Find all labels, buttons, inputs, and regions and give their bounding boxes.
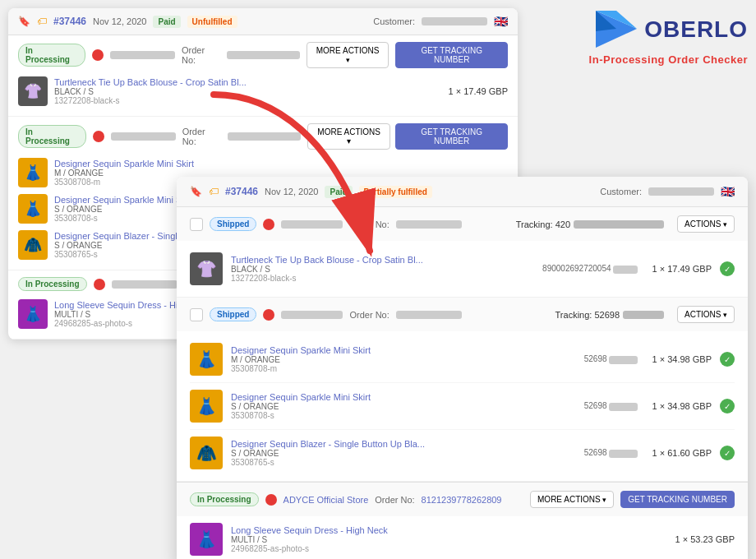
- fg-product-name-2b[interactable]: Designer Sequin Sparkle Mini Skirt: [231, 392, 576, 402]
- bg-customer-value: [422, 17, 487, 25]
- fg-bottom-tracking-btn[interactable]: GET TRACKING NUMBER: [620, 491, 735, 508]
- fg-product-name-2c[interactable]: Designer Sequin Blazer - Single Button U…: [231, 439, 576, 449]
- fg-customer-value: [648, 187, 714, 196]
- fg-bottom-section: In Processing ADYCE Official Store Order…: [177, 482, 748, 516]
- bg-product-thumb-2a: 👗: [18, 158, 48, 187]
- fg-tracking-id-2a: 52698: [584, 354, 638, 363]
- bg-tracking-btn-2[interactable]: GET TRACKING NUMBER: [395, 123, 508, 150]
- bg-more-actions-btn-2[interactable]: MORE ACTIONS ▾: [307, 123, 390, 150]
- bg-order-no-1: [227, 51, 299, 59]
- fg-actions-btn-2[interactable]: ACTIONS: [677, 306, 735, 323]
- bg-customer-label: Customer:: [373, 16, 415, 26]
- fg-tracking-info-1: Tracking: 420: [516, 219, 664, 229]
- bg-order-row-1: In Processing Order No: MORE ACTIONS GET…: [8, 35, 518, 117]
- fg-tracking-id-2b: 52698: [584, 401, 638, 410]
- fg-order-no-2: [396, 311, 462, 319]
- bg-product-thumb-3: 👗: [18, 299, 48, 329]
- oberlo-logo-top: OBERLO: [592, 7, 748, 52]
- bg-store-name-1: [110, 51, 175, 59]
- bg-product-row-1: 👚 Turtleneck Tie Up Back Blouse - Crop S…: [18, 73, 508, 109]
- fg-product-price-2c: 1 × 61.60 GBP: [652, 448, 712, 458]
- fg-bottom-status: In Processing: [190, 492, 259, 506]
- bg-tracking-btn-1[interactable]: GET TRACKING NUMBER: [395, 42, 508, 68]
- fg-order-no-label-1: Order No:: [349, 219, 389, 229]
- store-icon-2: [93, 131, 104, 142]
- fg-section-2: Shipped Order No: Tracking: 52698 ACTION…: [177, 298, 748, 482]
- fg-checkbox-2[interactable]: [190, 308, 203, 321]
- bg-row1-header: In Processing Order No: MORE ACTIONS GET…: [18, 42, 508, 68]
- bg-more-actions-btn-1[interactable]: MORE ACTIONS: [307, 42, 390, 68]
- bg-status-processing-3: In Processing: [18, 277, 87, 291]
- fg-product-name-2a[interactable]: Designer Sequin Sparkle Mini Skirt: [231, 345, 576, 355]
- bg-product-name-2a[interactable]: Designer Sequin Sparkle Mini Skirt: [54, 159, 508, 169]
- fg-product-row-2b: 👗 Designer Sequin Sparkle Mini Skirt S /…: [190, 383, 735, 430]
- fg-section1-header: Shipped Order No: Tracking: 420 ACTIONS: [177, 207, 748, 241]
- fg-bottom-store-icon: [265, 494, 277, 506]
- foreground-card: 🔖 🏷 #37446 Nov 12, 2020 Paid Partially f…: [177, 177, 748, 559]
- fg-product-variant-2a: M / ORANGE: [231, 355, 576, 364]
- bg-paid-badge: Paid: [153, 16, 180, 28]
- fg-product-price-2b: 1 × 34.98 GBP: [652, 401, 712, 411]
- fg-checkbox-1[interactable]: [190, 218, 203, 231]
- fg-bottom-order-no[interactable]: 8121239778262809: [422, 495, 502, 505]
- fg-bottom-product-thumb: 👗: [190, 523, 223, 556]
- fg-product-sku-1: 13272208-black-s: [231, 274, 534, 283]
- fg-bottom-product-variant: MULTI / S: [231, 535, 667, 544]
- bg-card-header: 🔖 🏷 #37446 Nov 12, 2020 Paid Unfulfilled…: [8, 8, 518, 35]
- fg-flag-icon: 🇬🇧: [721, 185, 735, 198]
- bg-product-info-1: Turtleneck Tie Up Back Blouse - Crop Sat…: [54, 77, 442, 105]
- fg-actions-btn-1[interactable]: ACTIONS: [677, 215, 735, 233]
- fg-tracking-number-1: [574, 220, 664, 229]
- fg-section-1: Shipped Order No: Tracking: 420 ACTIONS …: [177, 207, 748, 298]
- fg-product-row-1: 👚 Turtleneck Tie Up Back Blouse - Crop S…: [190, 246, 735, 292]
- fg-product-thumb-1: 👚: [190, 252, 223, 285]
- fg-bottom-store[interactable]: ADYCE Official Store: [284, 495, 369, 505]
- fg-product-thumb-2a: 👗: [190, 343, 223, 376]
- fg-bottom-more-actions[interactable]: MORE ACTIONS: [530, 491, 614, 508]
- fg-check-2b: ✓: [720, 399, 735, 413]
- fg-order-no-label-2: Order No:: [349, 310, 389, 320]
- fg-product-sku-2b: 35308708-s: [231, 411, 576, 420]
- fg-store-name-1: [281, 220, 343, 229]
- fg-product-thumb-2b: 👗: [190, 390, 223, 423]
- fg-product-sku-2a: 35308708-m: [231, 364, 576, 373]
- fg-bottom-product-info: Long Sleeve Sequin Dress - High Neck MUL…: [231, 525, 667, 553]
- fg-tracking-id-2c: 52698: [584, 448, 638, 457]
- fg-tracking-label-2: Tracking: 52698: [555, 310, 620, 320]
- fg-shipped-2: Shipped: [210, 307, 256, 321]
- bg-product-variant-1: BLACK / S: [54, 87, 442, 96]
- fg-product-row-2c: 🧥 Designer Sequin Blazer - Single Button…: [190, 430, 735, 476]
- bg-store-name-2: [111, 132, 176, 141]
- fg-product-name-1[interactable]: Turtleneck Tie Up Back Blouse - Crop Sat…: [231, 255, 534, 265]
- fg-bottom-product-price: 1 × 53.23 GBP: [675, 534, 735, 544]
- fg-section2-header: Shipped Order No: Tracking: 52698 ACTION…: [177, 298, 748, 331]
- bg-date: Nov 12, 2020: [93, 16, 146, 26]
- fg-product-price-1: 1 × 17.49 GBP: [652, 264, 712, 274]
- bg-status-badge: Unfulfilled: [187, 16, 237, 28]
- store-icon-1: [92, 49, 104, 61]
- bg-row2-header: In Processing Order No: MORE ACTIONS ▾ G…: [18, 123, 508, 150]
- bg-product-name-1[interactable]: Turtleneck Tie Up Back Blouse - Crop Sat…: [54, 77, 442, 87]
- fg-order-id[interactable]: #37446: [225, 186, 258, 197]
- fg-product-tracking-1: 890002692720054: [542, 264, 637, 273]
- bg-store-name-3: [112, 280, 177, 289]
- fg-check-1: ✓: [720, 261, 735, 276]
- fg-tracking-info-2: Tracking: 52698: [555, 310, 664, 320]
- fg-tracking-label-1: Tracking: 420: [516, 219, 570, 229]
- fg-check-2a: ✓: [720, 352, 735, 367]
- fg-date: Nov 12, 2020: [265, 187, 318, 196]
- fg-store-name-2: [281, 311, 343, 319]
- fg-product-variant-2c: S / ORANGE: [231, 449, 576, 458]
- bg-order-no-label-1: Order No:: [182, 45, 220, 65]
- bg-product-thumb-2b: 👗: [18, 194, 48, 224]
- fg-product-price-2a: 1 × 34.98 GBP: [652, 354, 712, 364]
- fg-product-sku-2c: 35308765-s: [231, 458, 576, 467]
- fg-product-row-2a: 👗 Designer Sequin Sparkle Mini Skirt M /…: [190, 336, 735, 383]
- bg-product-price-1: 1 × 17.49 GBP: [449, 86, 508, 96]
- fg-check-2c: ✓: [720, 446, 735, 460]
- fg-status-badge: Partially fulfilled: [359, 186, 432, 198]
- fg-product-info-2b: Designer Sequin Sparkle Mini Skirt S / O…: [231, 392, 576, 420]
- fg-bottom-product-name[interactable]: Long Sleeve Sequin Dress - High Neck: [231, 525, 667, 535]
- fg-store-icon-1: [263, 219, 274, 230]
- bg-order-id[interactable]: #37446: [53, 16, 86, 27]
